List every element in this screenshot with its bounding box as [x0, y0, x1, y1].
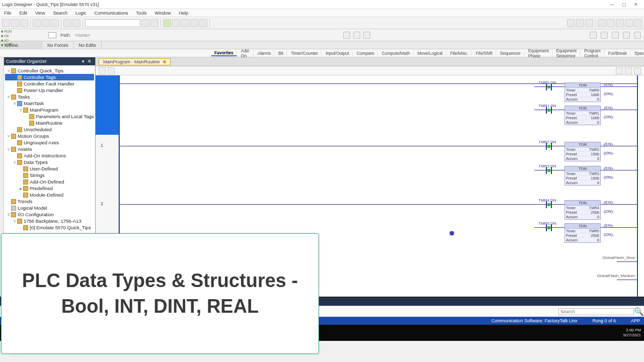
- tree-node-module-defined[interactable]: Module-Defined: [5, 192, 94, 198]
- path-history-button[interactable]: [353, 32, 360, 39]
- ote-button[interactable]: [616, 19, 624, 27]
- cancel-edits-button[interactable]: [634, 67, 641, 74]
- menu-edit[interactable]: Edit: [16, 11, 32, 16]
- tree-node-mainprogram[interactable]: ▿MainProgram: [5, 107, 94, 113]
- tree-node-i-o-configuration[interactable]: ▿I/O Configuration: [5, 211, 94, 218]
- xic-contact[interactable]: [544, 107, 553, 114]
- minimize-button[interactable]: —: [606, 2, 618, 7]
- redo-button[interactable]: [72, 19, 80, 27]
- search-input[interactable]: [558, 308, 634, 315]
- xio-button[interactable]: [607, 19, 615, 27]
- accept-edits-button[interactable]: [625, 67, 632, 74]
- tree-node-motion-groups[interactable]: ▿Motion Groups: [5, 133, 94, 139]
- edits-status[interactable]: No Edits: [74, 41, 102, 49]
- xic-contact[interactable]: [544, 167, 553, 174]
- path-clear-button[interactable]: [363, 32, 370, 39]
- tree-node-add-on-defined[interactable]: Add-On-Defined: [5, 178, 94, 185]
- tree-node-controller-quick-tips[interactable]: ▿Controller Quick_Tips: [5, 67, 94, 74]
- upload-button[interactable]: [190, 19, 198, 27]
- instr-tab-equipment-sequence[interactable]: Equipment Sequence: [553, 48, 581, 58]
- tree-node-parameters-and-local-tags[interactable]: Parameters and Local Tags: [5, 113, 94, 120]
- menu-file[interactable]: File: [0, 11, 16, 16]
- instr-tab-favorites[interactable]: Favorites: [211, 50, 237, 56]
- xic-contact[interactable]: [544, 224, 553, 231]
- instr-tab-file-misc-[interactable]: File/Misc.: [447, 51, 472, 56]
- tree-node-unscheduled[interactable]: Unscheduled: [5, 126, 94, 133]
- branch-button[interactable]: [576, 19, 584, 27]
- tree-node-add-on-instructions[interactable]: Add-On Instructions: [5, 152, 94, 159]
- organizer-pin-button[interactable]: ▾: [80, 59, 86, 64]
- instr-tab-add-on[interactable]: Add-On: [238, 48, 254, 58]
- instr-tab-compare[interactable]: Compare: [354, 51, 378, 56]
- branch-level-button[interactable]: [585, 19, 593, 27]
- system-clock[interactable]: 2:00 PM 9/27/2021: [623, 328, 641, 338]
- ton-instruction[interactable]: TONTimerTMR4Preset2500Accum0: [565, 200, 601, 220]
- tree-node-logical-model[interactable]: Logical Model: [5, 205, 94, 211]
- menu-help[interactable]: Help: [175, 11, 193, 16]
- search-icon[interactable]: 🔍: [634, 307, 641, 316]
- new-button[interactable]: [2, 19, 10, 27]
- xic-button[interactable]: [598, 19, 606, 27]
- ton-instruction[interactable]: TONTimerTMR5Preset2500Accum0: [565, 223, 601, 243]
- tree-node-trends[interactable]: Trends: [5, 198, 94, 205]
- tree-node-controller-tags[interactable]: Controller Tags: [5, 74, 94, 80]
- rung-number[interactable]: 2: [101, 201, 103, 206]
- instr-tab-move-logical[interactable]: Move/Logical: [415, 51, 446, 56]
- tree-node-strings[interactable]: Strings: [5, 172, 94, 178]
- tree-node-assets[interactable]: ▿Assets: [5, 146, 94, 152]
- menu-logic[interactable]: Logic: [71, 11, 91, 16]
- download-button[interactable]: [181, 19, 189, 27]
- rung-number[interactable]: 1: [101, 143, 103, 148]
- instr-tab-program-control[interactable]: Program Control: [581, 48, 604, 58]
- tree-node-ungrouped-axes[interactable]: Ungrouped Axes: [5, 139, 94, 146]
- tree-node-maintask[interactable]: ▿MainTask: [5, 100, 94, 107]
- tree-node-power-up-handler[interactable]: Power-Up Handler: [5, 87, 94, 94]
- mode-stepper[interactable]: [48, 32, 56, 38]
- path-browse-button[interactable]: [343, 32, 350, 39]
- ton-instruction[interactable]: TONTimerTMR2Preset1500Accum0: [565, 142, 601, 161]
- organizer-close-button[interactable]: ✕: [86, 59, 93, 64]
- save-button[interactable]: [20, 19, 28, 27]
- tree-node-user-defined[interactable]: User-Defined: [5, 165, 94, 172]
- tree-node--0-emulate-5570-quick-tips[interactable]: [0] Emulate 5570 Quick_Tips: [5, 224, 94, 231]
- tree-node-predefined[interactable]: ▸Predefined: [5, 185, 94, 192]
- instr-tab-timer-counter[interactable]: Timer/Counter: [288, 51, 321, 56]
- verify-rung-button[interactable]: [616, 67, 623, 74]
- open-button[interactable]: [11, 19, 19, 27]
- menu-tools[interactable]: Tools: [132, 11, 150, 16]
- close-button[interactable]: ✕: [630, 2, 642, 7]
- toggle-button[interactable]: [199, 19, 207, 27]
- instr-tab-sequencer[interactable]: Sequencer: [497, 51, 524, 56]
- menu-view[interactable]: View: [31, 11, 49, 16]
- instr-tab-equipment-phase[interactable]: Equipment Phase: [525, 48, 552, 58]
- instr-tab-alarms[interactable]: Alarms: [255, 51, 274, 56]
- menu-search[interactable]: Search: [49, 11, 71, 16]
- find-next-button[interactable]: [141, 19, 149, 27]
- media-next-button[interactable]: [634, 32, 641, 39]
- instr-tab-input-output[interactable]: Input/Output: [323, 51, 353, 56]
- go-online-button[interactable]: [163, 19, 171, 27]
- tree-node-tasks[interactable]: ▿Tasks: [5, 94, 94, 100]
- tree-node-1756-backplane-1756-a13[interactable]: ▿1756 Backplane, 1756-A13: [5, 218, 94, 224]
- ton-instruction[interactable]: TONTimerTMR0Preset1000Accum0: [565, 82, 601, 102]
- otl-button[interactable]: [625, 19, 633, 27]
- media-step-back-button[interactable]: [601, 32, 608, 39]
- jump-label[interactable]: GlobalFlash_Medium: [597, 274, 635, 278]
- instr-tab-for-break[interactable]: For/Break: [605, 51, 630, 56]
- xic-contact[interactable]: [544, 83, 553, 90]
- undo-button[interactable]: [63, 19, 71, 27]
- maximize-button[interactable]: ▢: [618, 2, 630, 7]
- media-play-button[interactable]: [612, 32, 619, 39]
- tree-node-mainroutine[interactable]: MainRoutine: [5, 120, 94, 126]
- instr-tab-special[interactable]: Special: [631, 51, 644, 56]
- ton-instruction[interactable]: TONTimerTMR3Preset1500Accum0: [565, 166, 601, 186]
- xic-contact[interactable]: [544, 143, 553, 150]
- instr-tab-bit[interactable]: Bit: [275, 51, 287, 56]
- tree-node-data-types[interactable]: ▿Data Types: [5, 159, 94, 165]
- media-step-fwd-button[interactable]: [623, 32, 630, 39]
- verify-button[interactable]: [172, 19, 180, 27]
- media-prev-button[interactable]: [590, 32, 597, 39]
- rung-button[interactable]: [567, 19, 575, 27]
- paste-button[interactable]: [51, 19, 59, 27]
- otu-button[interactable]: [634, 19, 642, 27]
